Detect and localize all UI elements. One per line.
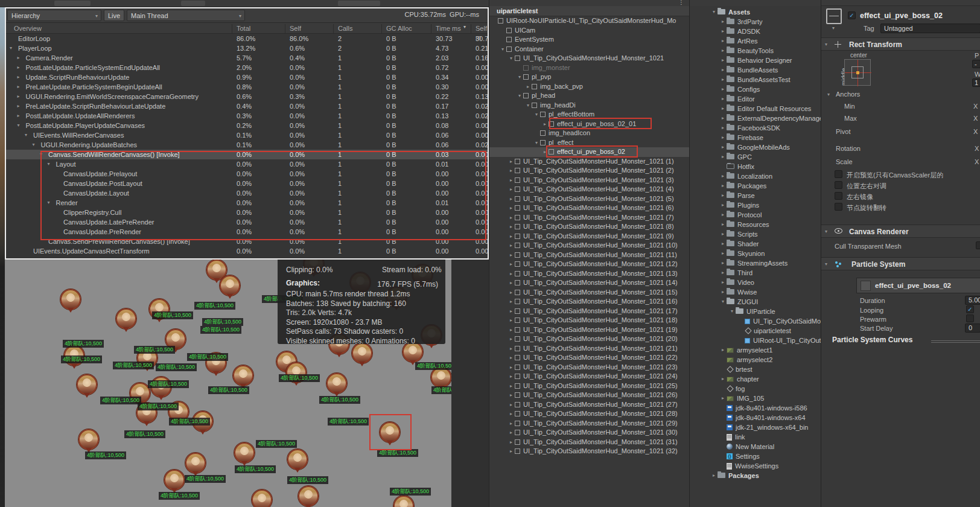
fold-arrow-icon[interactable]: ▸ — [719, 345, 727, 355]
profiler-row[interactable]: CanvasUpdate.Prelayout0.0%0.0%10 B0.000.… — [6, 169, 488, 179]
project-item[interactable]: ▸StreamingAssets — [690, 258, 821, 268]
fold-arrow-icon[interactable]: ▸ — [719, 56, 727, 65]
fold-arrow-icon[interactable]: ▸ — [719, 268, 727, 278]
hierarchy-item[interactable]: ▸UI_Tip_CityOutSaidMonsterHud_Monster_10… — [489, 428, 689, 438]
profiler-row[interactable]: EditorLoop86.0%86.0%20 B30.7330.73 — [6, 34, 488, 43]
fold-arrow-icon[interactable]: ▸ — [508, 363, 515, 372]
project-item[interactable]: ▸Behavior Designer — [690, 56, 821, 65]
rect-transform-header[interactable]: ▾ Rect Transform — [821, 37, 980, 51]
fold-arrow-icon[interactable]: ▸ — [719, 123, 727, 133]
hierarchy-item[interactable]: ▸UI_Tip_CityOutSaidMonsterHud_Monster_10… — [489, 203, 689, 213]
fold-arrow-icon[interactable]: ▸ — [719, 239, 727, 249]
fold-arrow-icon[interactable]: ▾ — [533, 138, 540, 148]
hierarchy-item[interactable]: ▾img_headDi — [489, 101, 689, 110]
fold-arrow-icon[interactable]: ▸ — [719, 287, 727, 297]
width-field-cut[interactable]: 1 — [972, 78, 980, 87]
project-item[interactable]: ▸Packages — [690, 181, 821, 191]
foldout-arrow-icon[interactable]: ▾ — [825, 258, 827, 271]
fold-arrow-icon[interactable]: ▸ — [719, 113, 727, 123]
hierarchy-item[interactable]: ▸UI_Tip_CityOutSaidMonsterHud_Monster_10… — [489, 409, 689, 419]
profiler-row[interactable]: ▾UIEvents.WillRenderCanvases0.1%0.0%10 B… — [6, 130, 488, 140]
rt-option-checkbox[interactable] — [835, 203, 842, 211]
fold-arrow-icon[interactable]: ▸ — [508, 381, 515, 391]
fold-arrow-icon[interactable]: ▸ — [508, 409, 515, 419]
fold-arrow-icon[interactable]: ▸ — [719, 142, 727, 152]
fold-arrow-icon[interactable]: ▸ — [508, 157, 515, 167]
tag-dropdown[interactable]: Untagged — [880, 24, 980, 33]
start-delay-field[interactable]: 0 — [965, 324, 980, 333]
fold-arrow-icon[interactable]: ▸ — [508, 278, 515, 288]
fold-arrow-icon[interactable]: ▸ — [719, 200, 727, 210]
project-item[interactable]: ▸Resources — [690, 220, 821, 229]
profiler-row[interactable]: CanvasUpdate.PreRender0.0%0.0%10 B0.000.… — [6, 227, 488, 237]
rt-option-checkbox[interactable] — [835, 170, 842, 178]
project-item[interactable]: ▸Skyunion — [690, 249, 821, 258]
fold-arrow-icon[interactable]: ▸ — [524, 82, 532, 92]
profiler-row[interactable]: ▾PostLateUpdate.PlayerUpdateCanvases0.2%… — [6, 121, 488, 130]
fold-arrow-icon[interactable]: ▸ — [719, 46, 727, 56]
project-item[interactable]: ▸3rdParty — [690, 17, 821, 27]
fold-arrow-icon[interactable]: ▾ — [40, 150, 42, 159]
fold-arrow-icon[interactable]: ▸ — [508, 297, 515, 307]
hierarchy-item[interactable]: ▾Container — [489, 45, 689, 54]
profiler-row[interactable]: ▸PostLateUpdate.UpdateAllRenderers0.3%0.… — [6, 111, 488, 121]
fold-arrow-icon[interactable]: ▸ — [719, 278, 727, 287]
hierarchy-item[interactable]: ▸UI_Tip_CityOutSaidMonsterHud_Monster_10… — [489, 419, 689, 429]
hierarchy-item[interactable]: ▸UI_Tip_CityOutSaidMonsterHud_Monster_10… — [489, 269, 689, 279]
project-item[interactable]: ▸Parse — [690, 191, 821, 200]
fold-arrow-icon[interactable]: ▸ — [508, 447, 515, 456]
fold-arrow-icon[interactable]: ▾ — [710, 7, 718, 17]
hierarchy-item[interactable]: ▸UI_Tip_CityOutSaidMonsterHud_Monster_10… — [489, 250, 689, 260]
profiler-row[interactable]: CanvasUpdate.Layout0.0%0.0%10 B0.000.00 — [6, 188, 488, 198]
fold-arrow-icon[interactable]: ▾ — [524, 101, 532, 110]
hierarchy-item[interactable]: ▸UI_Tip_CityOutSaidMonsterHud_Monster_10… — [489, 391, 689, 400]
column-header-overview[interactable]: Overview — [10, 24, 42, 33]
sort-indicator-icon[interactable]: ▾ — [463, 24, 466, 30]
hierarchy-item[interactable]: ▸UI_Tip_CityOutSaidMonsterHud_Monster_10… — [489, 278, 689, 288]
fold-arrow-icon[interactable]: ▸ — [508, 250, 515, 260]
fold-arrow-icon[interactable]: ▾ — [18, 121, 20, 130]
project-item[interactable]: jdk-8u401-windows-i586 — [690, 403, 821, 413]
project-item[interactable]: ▸FacebookSDK — [690, 123, 821, 133]
project-item[interactable]: ▸Plugins — [690, 200, 821, 210]
fold-arrow-icon[interactable]: ▸ — [508, 185, 515, 194]
hierarchy-item[interactable]: ▸UI_Tip_CityOutSaidMonsterHud_Monster_10… — [489, 213, 689, 223]
fold-arrow-icon[interactable]: ▸ — [719, 229, 727, 239]
fold-arrow-icon[interactable]: ▸ — [508, 438, 515, 447]
scene-header[interactable]: uiparticletest — [489, 6, 689, 16]
rt-option-checkbox[interactable] — [835, 181, 842, 189]
fold-arrow-icon[interactable]: ▾ — [516, 72, 523, 82]
project-item[interactable]: armyselect2 — [690, 355, 821, 365]
anchor-preset-widget[interactable] — [844, 59, 871, 86]
project-item[interactable]: ▸BeautyTools — [690, 46, 821, 56]
particle-system-header[interactable]: ▾ Particle System — [821, 257, 980, 270]
fold-arrow-icon[interactable]: ▾ — [719, 297, 727, 307]
project-item[interactable]: {}Settings — [690, 451, 821, 461]
project-item[interactable]: jdk-8u401-windows-x64 — [690, 413, 821, 422]
cull-transparent-mesh-checkbox[interactable] — [976, 241, 980, 249]
fold-arrow-icon[interactable]: ▸ — [719, 210, 727, 220]
particle-module-checkbox[interactable] — [861, 281, 871, 291]
fold-arrow-icon[interactable]: ▸ — [719, 220, 727, 229]
fold-arrow-icon[interactable]: ▸ — [541, 147, 549, 157]
fold-arrow-icon[interactable]: ▸ — [508, 176, 515, 185]
foldout-arrow-icon[interactable]: ▾ — [825, 38, 827, 51]
fold-arrow-icon[interactable]: ▸ — [508, 307, 515, 316]
fold-arrow-icon[interactable]: ▾ — [33, 140, 35, 150]
fold-arrow-icon[interactable]: ▾ — [508, 54, 515, 63]
hierarchy-item[interactable]: ▸UI_Tip_CityOutSaidMonsterHud_Monster_10… — [489, 157, 689, 167]
fold-arrow-icon[interactable]: ▸ — [719, 181, 727, 191]
fold-arrow-icon[interactable]: ▾ — [499, 45, 506, 54]
fold-arrow-icon[interactable]: ▸ — [719, 84, 727, 94]
hierarchy-item[interactable]: ▸UI_Tip_CityOutSaidMonsterHud_Monster_10… — [489, 297, 689, 307]
column-header-self-m[interactable]: Self m — [471, 24, 488, 33]
fold-arrow-icon[interactable]: ▸ — [508, 316, 515, 325]
fold-arrow-icon[interactable]: ▸ — [719, 394, 727, 403]
fold-arrow-icon[interactable]: ▾ — [48, 198, 50, 208]
gameobject-active-checkbox[interactable]: ✓ — [848, 11, 856, 19]
project-item[interactable]: ▸Firebase — [690, 133, 821, 142]
kebab-menu-icon[interactable]: ⋮ — [678, 0, 684, 5]
fold-arrow-icon[interactable]: ▸ — [719, 374, 727, 384]
hierarchy-item[interactable]: ▸UI_Tip_CityOutSaidMonsterHud_Monster_10… — [489, 307, 689, 316]
fold-arrow-icon[interactable]: ▸ — [719, 65, 727, 75]
